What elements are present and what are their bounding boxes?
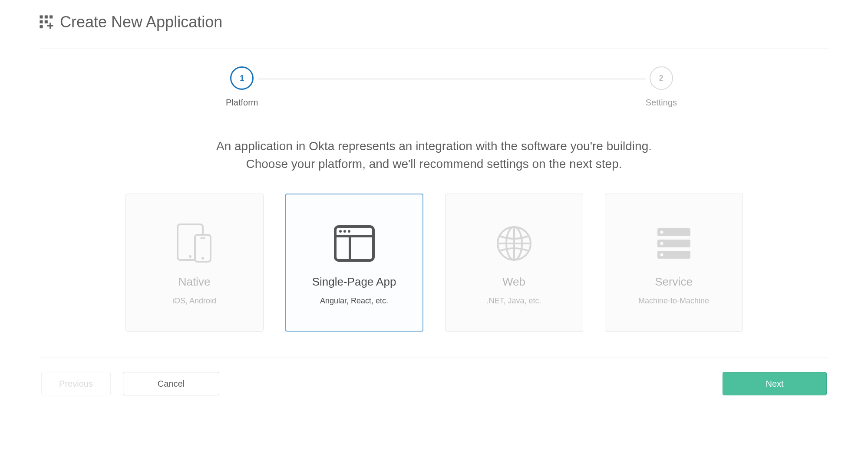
platform-card-subtitle: .NET, Java, etc.	[486, 296, 541, 306]
step-label: Settings	[646, 98, 677, 108]
native-devices-icon	[175, 220, 214, 267]
previous-button: Previous	[41, 372, 111, 395]
svg-rect-3	[40, 20, 43, 23]
platform-card-title: Service	[655, 275, 693, 289]
platform-card-spa[interactable]: Single-Page App Angular, React, etc.	[285, 194, 423, 332]
svg-point-18	[348, 230, 350, 233]
platform-card-native[interactable]: Native iOS, Android	[125, 194, 264, 332]
cancel-button[interactable]: Cancel	[123, 372, 219, 395]
svg-point-16	[339, 230, 342, 233]
globe-icon	[495, 220, 534, 267]
platform-card-service[interactable]: Service Machine-to-Machine	[605, 194, 743, 332]
step-platform[interactable]: 1 Platform	[226, 66, 258, 108]
platform-cards: Native iOS, Android Single-Page App Angu…	[39, 186, 829, 358]
svg-point-17	[343, 230, 346, 233]
platform-card-title: Native	[178, 275, 211, 289]
platform-card-title: Web	[502, 275, 525, 289]
svg-rect-2	[50, 15, 53, 18]
svg-rect-12	[200, 237, 205, 239]
intro-line-1: An application in Okta represents an int…	[91, 138, 777, 155]
wizard-intro-text: An application in Okta represents an int…	[39, 120, 829, 186]
platform-card-subtitle: iOS, Android	[172, 296, 216, 306]
wizard-footer: Previous Cancel Next	[39, 358, 829, 395]
app-grid-add-icon	[39, 15, 54, 30]
platform-card-web[interactable]: Web .NET, Java, etc.	[445, 194, 583, 332]
svg-point-27	[660, 242, 663, 245]
svg-rect-4	[45, 20, 48, 23]
wizard-stepper: 1 Platform 2 Settings	[39, 49, 829, 120]
svg-point-28	[660, 253, 663, 256]
svg-rect-5	[40, 25, 43, 28]
page-header: Create New Application	[39, 13, 829, 49]
page-title: Create New Application	[60, 13, 222, 31]
platform-card-subtitle: Angular, React, etc.	[320, 296, 388, 306]
step-number: 1	[230, 66, 254, 90]
browser-window-icon	[333, 220, 375, 267]
svg-point-9	[189, 255, 191, 258]
intro-line-2: Choose your platform, and we'll recommen…	[91, 155, 777, 173]
svg-rect-1	[45, 15, 48, 18]
svg-rect-0	[40, 15, 43, 18]
platform-card-title: Single-Page App	[312, 275, 396, 289]
platform-card-subtitle: Machine-to-Machine	[638, 296, 709, 306]
svg-point-26	[660, 231, 663, 234]
step-settings[interactable]: 2 Settings	[646, 66, 677, 108]
svg-point-11	[201, 257, 204, 260]
next-button[interactable]: Next	[723, 372, 827, 395]
step-number: 2	[650, 66, 673, 90]
server-stack-icon	[653, 220, 695, 267]
step-label: Platform	[226, 98, 258, 108]
